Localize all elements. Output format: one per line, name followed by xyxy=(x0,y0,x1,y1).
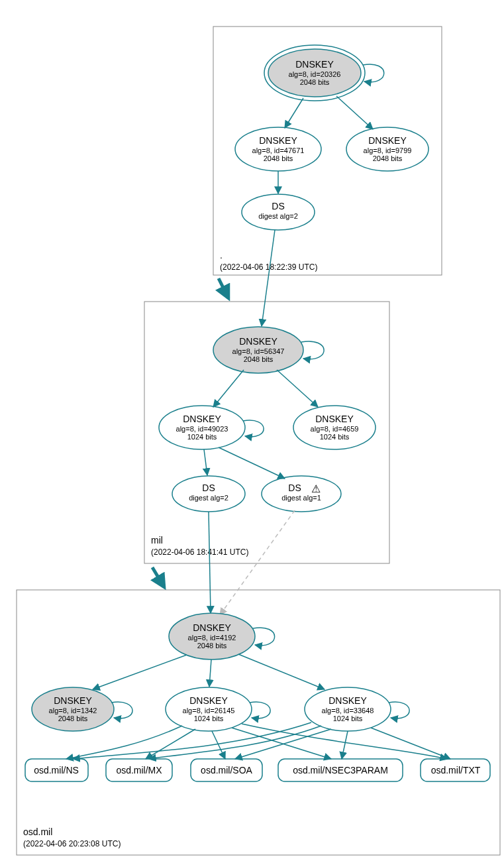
svg-text:2048 bits: 2048 bits xyxy=(244,355,274,363)
svg-text:digest alg=1: digest alg=1 xyxy=(281,494,321,502)
edge-osdksk-k3 xyxy=(238,654,325,689)
svg-text:alg=8, id=56347: alg=8, id=56347 xyxy=(232,347,285,355)
node-mil-ds1: DS digest alg=2 xyxy=(172,476,245,512)
svg-text:alg=8, id=9799: alg=8, id=9799 xyxy=(364,146,412,154)
node-osd-k1: DNSKEY alg=8, id=1342 2048 bits xyxy=(32,687,114,731)
edge-zone-root-mil xyxy=(219,278,228,298)
rr-mx: osd.mil/MX xyxy=(106,759,172,781)
node-root-ds: DS digest alg=2 xyxy=(242,194,315,230)
svg-text:osd.mil/SOA: osd.mil/SOA xyxy=(201,765,252,775)
zone-root-time: (2022-04-06 18:22:39 UTC) xyxy=(220,262,317,272)
svg-text:digest alg=2: digest alg=2 xyxy=(189,494,228,502)
svg-text:alg=8, id=26145: alg=8, id=26145 xyxy=(183,707,235,715)
node-osd-k3: DNSKEY alg=8, id=33648 1024 bits xyxy=(305,687,391,731)
rr-txt: osd.mil/TXT xyxy=(421,759,490,781)
edge-milzsk1-ds2 xyxy=(219,447,285,479)
svg-text:alg=8, id=1342: alg=8, id=1342 xyxy=(49,707,97,715)
zone-mil-time: (2022-04-06 18:41:41 UTC) xyxy=(151,547,248,557)
e-k2-mx xyxy=(146,729,195,759)
node-osd-ksk: DNSKEY alg=8, id=4192 2048 bits xyxy=(169,613,255,660)
svg-text:DNSKEY: DNSKEY xyxy=(193,622,231,633)
zone-mil-label: mil xyxy=(151,535,163,545)
svg-text:2048 bits: 2048 bits xyxy=(58,715,88,722)
edge-rootksk-zsk2 xyxy=(336,96,373,129)
svg-text:DNSKEY: DNSKEY xyxy=(315,414,354,424)
rr-nsec3param: osd.mil/NSEC3PARAM xyxy=(278,759,403,781)
svg-text:DNSKEY: DNSKEY xyxy=(368,135,407,146)
e-k3-nsec xyxy=(342,731,348,759)
edge-milzsk1-self xyxy=(243,420,264,437)
edge-osdksk-k1 xyxy=(93,655,187,689)
svg-text:DNSKEY: DNSKEY xyxy=(328,695,367,706)
svg-text:2048 bits: 2048 bits xyxy=(264,154,293,162)
svg-text:1024 bits: 1024 bits xyxy=(333,715,363,722)
svg-text:DNSKEY: DNSKEY xyxy=(183,414,221,424)
edge-milds1-osdksk xyxy=(209,512,211,613)
svg-text:1024 bits: 1024 bits xyxy=(194,715,224,722)
edge-rootksk-zsk1 xyxy=(285,98,303,128)
svg-text:1024 bits: 1024 bits xyxy=(187,433,217,441)
svg-text:2048 bits: 2048 bits xyxy=(197,642,227,650)
node-mil-ksk: DNSKEY alg=8, id=56347 2048 bits xyxy=(213,327,303,373)
svg-text:osd.mil/TXT: osd.mil/TXT xyxy=(431,765,481,775)
svg-text:osd.mil/NS: osd.mil/NS xyxy=(34,765,79,775)
svg-text:DNSKEY: DNSKEY xyxy=(54,695,92,706)
node-mil-ds2: DS digest alg=1 ⚠ xyxy=(262,476,341,512)
svg-text:alg=8, id=4659: alg=8, id=4659 xyxy=(311,425,359,433)
svg-text:alg=8, id=49023: alg=8, id=49023 xyxy=(176,425,228,433)
svg-text:DNSKEY: DNSKEY xyxy=(295,59,334,70)
edge-osdk3-self xyxy=(389,702,409,718)
svg-text:alg=8, id=47671: alg=8, id=47671 xyxy=(252,146,305,154)
e-k3-txt xyxy=(371,728,450,759)
svg-text:2048 bits: 2048 bits xyxy=(300,78,330,86)
svg-text:DNSKEY: DNSKEY xyxy=(189,695,228,706)
edge-root-ksk-self xyxy=(363,64,384,82)
node-root-zsk2: DNSKEY alg=8, id=9799 2048 bits xyxy=(346,127,428,171)
edge-milksk-self xyxy=(301,341,324,359)
svg-text:DS: DS xyxy=(272,201,284,211)
edge-osdk2-self xyxy=(250,702,270,718)
svg-text:digest alg=2: digest alg=2 xyxy=(258,212,298,220)
edge-milksk-zsk2 xyxy=(277,370,318,407)
edge-milksk-zsk1 xyxy=(213,370,244,407)
edge-zone-mil-osd xyxy=(152,567,164,587)
svg-text:alg=8, id=33648: alg=8, id=33648 xyxy=(322,707,374,715)
svg-text:osd.mil/MX: osd.mil/MX xyxy=(116,765,162,775)
node-mil-zsk1: DNSKEY alg=8, id=49023 1024 bits xyxy=(159,406,245,449)
node-root-ksk: DNSKEY alg=8, id=20326 2048 bits xyxy=(264,45,365,101)
svg-text:DNSKEY: DNSKEY xyxy=(239,336,277,347)
edge-milzsk1-ds1 xyxy=(204,449,207,475)
svg-text:alg=8, id=20326: alg=8, id=20326 xyxy=(289,70,341,78)
svg-text:DS: DS xyxy=(288,483,301,493)
svg-text:DNSKEY: DNSKEY xyxy=(259,135,297,146)
zone-osd-label: osd.mil xyxy=(23,827,52,837)
edge-osdksk-self xyxy=(253,628,275,646)
e-k3-mx xyxy=(149,726,321,759)
edge-osdk1-self xyxy=(111,702,132,718)
warning-icon: ⚠ xyxy=(311,483,321,494)
svg-text:alg=8, id=4192: alg=8, id=4192 xyxy=(188,634,236,642)
node-osd-k2: DNSKEY alg=8, id=26145 1024 bits xyxy=(166,687,252,731)
svg-text:osd.mil/NSEC3PARAM: osd.mil/NSEC3PARAM xyxy=(293,765,388,775)
edge-rootds-milksk xyxy=(262,230,275,326)
edge-osdksk-k2 xyxy=(209,660,211,687)
edge-milds2-osdksk xyxy=(220,510,295,615)
zone-osd-time: (2022-04-06 20:23:08 UTC) xyxy=(23,839,121,848)
node-root-zsk1: DNSKEY alg=8, id=47671 2048 bits xyxy=(235,127,321,171)
rr-ns: osd.mil/NS xyxy=(25,759,88,781)
node-mil-zsk2: DNSKEY alg=8, id=4659 1024 bits xyxy=(293,406,376,449)
zone-root-label: . xyxy=(220,250,223,260)
e-k2-nsec xyxy=(232,728,331,759)
svg-text:1024 bits: 1024 bits xyxy=(320,433,350,441)
rr-soa: osd.mil/SOA xyxy=(191,759,262,781)
svg-text:2048 bits: 2048 bits xyxy=(373,154,403,162)
svg-text:DS: DS xyxy=(202,483,215,493)
